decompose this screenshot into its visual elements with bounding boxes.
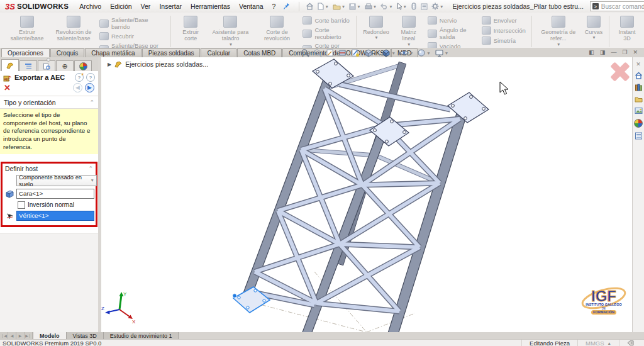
- unit-system-selector[interactable]: MMGS ▲: [577, 340, 619, 346]
- view-palette-icon[interactable]: [635, 107, 643, 114]
- collapse-chevron-icon[interactable]: ⌃: [88, 165, 93, 172]
- menu-herramientas[interactable]: Herramientas: [186, 1, 235, 11]
- zoom-area-icon[interactable]: [313, 48, 322, 57]
- select-caret-icon[interactable]: ▼: [403, 4, 407, 9]
- definir-host-header[interactable]: Definir host ⌃: [4, 165, 94, 174]
- face-selection-input[interactable]: Cara<1>: [16, 189, 94, 199]
- save-button[interactable]: ▼: [348, 3, 362, 11]
- help-circle-icon[interactable]: ?: [86, 73, 95, 82]
- model-3d-view[interactable]: Y X Z: [101, 57, 633, 332]
- options-gear-button[interactable]: ▼: [430, 2, 445, 11]
- pin-menu-icon[interactable]: [284, 3, 290, 10]
- flyout-feature-tree[interactable]: ▶ Ejercicios piezas soldadas...: [108, 60, 208, 68]
- tab-display-manager[interactable]: [74, 60, 92, 71]
- print-button[interactable]: ▼: [364, 3, 378, 11]
- ribbon-recubrir-button[interactable]: Recubrir: [99, 32, 165, 40]
- open-button[interactable]: ▼: [331, 3, 347, 11]
- view-orientation-caret-icon[interactable]: ▼: [374, 51, 377, 55]
- doc-tab-modelo[interactable]: Modelo: [33, 332, 67, 339]
- tab-chapa-metalica[interactable]: Chapa metálica: [85, 48, 141, 57]
- rebuild-button[interactable]: [409, 2, 418, 11]
- invert-normal-row[interactable]: Inversión normal: [18, 201, 94, 209]
- appearance-caret-icon[interactable]: ▼: [426, 51, 430, 55]
- task-pane-close-icon[interactable]: ✕: [636, 61, 641, 67]
- tab-scroll-next-icon[interactable]: ▶: [16, 332, 25, 339]
- file-properties-button[interactable]: [419, 3, 429, 11]
- menu-help[interactable]: ?: [268, 1, 280, 11]
- ribbon-redondeo-button[interactable]: Redondeo▼: [360, 14, 392, 49]
- ribbon-extruir-corte-button[interactable]: Extruir corte: [174, 14, 207, 49]
- ribbon-matriz-lineal-button[interactable]: Matriz lineal▼: [392, 14, 425, 49]
- selected-vertex-point[interactable]: [233, 294, 236, 298]
- ribbon-saliente-barrido-button[interactable]: Saliente/Base barrido: [99, 16, 165, 30]
- command-search-box[interactable]: > Buscar comandos ▼: [590, 1, 644, 11]
- display-style-icon[interactable]: ▼: [381, 48, 395, 57]
- tab-croquis[interactable]: Croquis: [50, 48, 84, 57]
- doc-prev-icon[interactable]: ◧: [589, 49, 594, 55]
- menu-edicion[interactable]: Edición: [106, 1, 136, 11]
- confirmation-corner-cancel-icon[interactable]: [610, 62, 630, 81]
- section-tipo-orientacion[interactable]: Tipo y orientación ⌃: [0, 96, 98, 109]
- refgeo-caret-icon[interactable]: ▼: [557, 42, 560, 47]
- ribbon-envolver-button[interactable]: Envolver: [482, 16, 526, 25]
- menu-insertar[interactable]: Insertar: [155, 1, 186, 11]
- tab-configurations[interactable]: [38, 60, 55, 71]
- display-style-caret-icon[interactable]: ▼: [391, 51, 395, 55]
- ribbon-geometria-referencia-button[interactable]: Geometría de refer...▼: [535, 14, 582, 49]
- menu-ventana[interactable]: Ventana: [235, 1, 268, 11]
- tab-scroll-prev-icon[interactable]: ◀: [8, 332, 16, 339]
- ribbon-extruir-saliente-button[interactable]: Extruir saliente/base: [4, 14, 50, 49]
- ribbon-corte-barrido-button[interactable]: Corte barrido: [303, 16, 350, 25]
- next-page-button[interactable]: ▶: [85, 83, 94, 92]
- file-explorer-icon[interactable]: [635, 96, 643, 103]
- pattern-caret-icon[interactable]: ▼: [407, 42, 411, 47]
- view-orientation-icon[interactable]: ▼: [364, 48, 377, 57]
- previous-view-icon[interactable]: [326, 48, 335, 57]
- panel-splitter-handle[interactable]: [47, 58, 50, 62]
- options-caret-icon[interactable]: ▼: [440, 4, 443, 9]
- base-plate-selected[interactable]: [233, 287, 270, 313]
- menu-ver[interactable]: Ver: [136, 1, 155, 11]
- curves-caret-icon[interactable]: ▼: [592, 35, 596, 40]
- solidworks-resources-icon[interactable]: [635, 72, 643, 79]
- view-settings-caret-icon[interactable]: ▼: [445, 51, 448, 55]
- graphics-viewport[interactable]: ▶ Ejercicios piezas soldadas...: [101, 57, 633, 332]
- ribbon-simetria-button[interactable]: Simetría: [482, 36, 526, 45]
- host-type-dropdown[interactable]: Componente basado en suelo ▼: [16, 175, 97, 186]
- tab-cotas-mbd[interactable]: Cotas MBD: [237, 48, 282, 57]
- tab-piezas-soldadas[interactable]: Piezas soldadas: [142, 48, 201, 57]
- fillet-caret-icon[interactable]: ▼: [374, 35, 378, 40]
- new-document-button[interactable]: ▼: [316, 2, 330, 11]
- doc-minimize-icon[interactable]: —: [611, 49, 616, 55]
- hide-show-items-icon[interactable]: ▼: [399, 49, 413, 57]
- section-view-icon[interactable]: [338, 48, 347, 57]
- ribbon-angulo-salida-button[interactable]: Ángulo de salida: [428, 26, 477, 40]
- collapse-chevron-icon[interactable]: ⌃: [89, 99, 94, 106]
- tags-cell[interactable]: [619, 340, 641, 346]
- ribbon-corte-revolucion-button[interactable]: Corte de revolución: [253, 14, 300, 49]
- open-caret-icon[interactable]: ▼: [341, 4, 345, 9]
- view-settings-icon[interactable]: ▼: [435, 49, 448, 57]
- menu-archivo[interactable]: Archivo: [75, 1, 106, 11]
- undo-caret-icon[interactable]: ▼: [389, 4, 392, 9]
- ribbon-nervio-button[interactable]: Nervio: [428, 16, 477, 25]
- cancel-button[interactable]: ✕: [4, 84, 11, 92]
- ribbon-interseccion-button[interactable]: Intersección: [482, 26, 526, 35]
- tab-calcular[interactable]: Calcular: [201, 48, 236, 57]
- ribbon-corte-recubierto-button[interactable]: Corte recubierto: [303, 26, 350, 40]
- expand-tree-icon[interactable]: ▶: [108, 62, 111, 67]
- tag-icon[interactable]: [627, 340, 634, 346]
- home-button[interactable]: [304, 2, 315, 11]
- hide-show-caret-icon[interactable]: ▼: [409, 51, 413, 55]
- hole-wizard-caret-icon[interactable]: ▼: [229, 42, 233, 47]
- edit-appearance-icon[interactable]: ▼: [417, 48, 430, 57]
- tab-dimxpert[interactable]: ⊕: [56, 60, 74, 71]
- zoom-fit-icon[interactable]: [301, 48, 309, 57]
- tab-feature-tree[interactable]: [19, 60, 37, 71]
- ribbon-instant3d-button[interactable]: Instant 3D: [613, 14, 641, 49]
- custom-properties-icon[interactable]: [635, 132, 643, 140]
- whats-new-help-icon[interactable]: ?★: [75, 73, 84, 82]
- previous-page-button[interactable]: ◀: [73, 83, 82, 92]
- tab-scroll-first-icon[interactable]: ❘◀: [0, 332, 8, 339]
- ribbon-revolucion-saliente-button[interactable]: Revolución de saliente/base: [50, 14, 97, 49]
